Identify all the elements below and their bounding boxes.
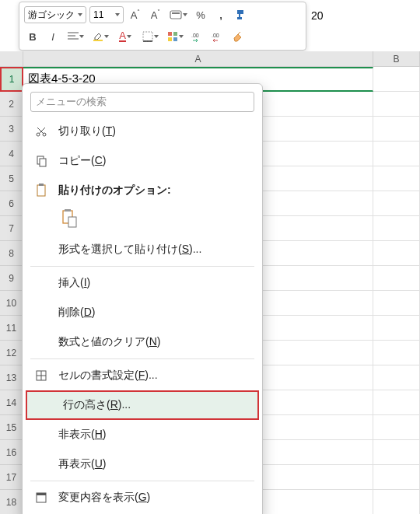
cell[interactable] xyxy=(373,465,420,490)
row-header[interactable]: 14 xyxy=(0,390,23,415)
font-size-select[interactable]: 11 xyxy=(89,6,124,23)
row-header[interactable]: 5 xyxy=(0,166,23,191)
menu-copy[interactable]: コピー(C) xyxy=(23,146,262,176)
svg-rect-7 xyxy=(143,32,152,41)
chevron-down-icon xyxy=(127,35,131,38)
align-button[interactable] xyxy=(65,28,86,45)
chevron-down-icon xyxy=(79,35,84,38)
cell[interactable] xyxy=(373,390,420,415)
row-header[interactable]: 18 xyxy=(0,490,23,514)
svg-rect-6 xyxy=(93,40,103,41)
mini-toolbar: 游ゴシック 11 A˄ A˅ % , B I A xyxy=(19,2,306,51)
cell[interactable] xyxy=(373,415,420,440)
svg-rect-10 xyxy=(173,32,177,36)
menu-hide[interactable]: 非表示(H) xyxy=(23,420,262,449)
menu-unhide[interactable]: 再表示(U) xyxy=(23,449,262,479)
cell[interactable] xyxy=(373,166,420,191)
cell[interactable] xyxy=(373,440,420,465)
cell[interactable] xyxy=(373,241,420,266)
cell[interactable] xyxy=(373,117,420,142)
bold-button[interactable]: B xyxy=(24,28,41,45)
menu-paste-options-label: 貼り付けのオプション: xyxy=(58,184,251,198)
column-header-b[interactable]: B xyxy=(373,51,420,67)
chevron-down-icon xyxy=(78,13,82,16)
row-header[interactable]: 2 xyxy=(0,92,23,117)
menu-insert[interactable]: 挿入(I) xyxy=(23,268,262,298)
paste-options-row xyxy=(23,205,262,235)
svg-rect-2 xyxy=(237,10,243,14)
menu-search-placeholder: メニューの検索 xyxy=(36,95,107,109)
format-painter-button[interactable] xyxy=(233,6,250,23)
menu-search-input[interactable]: メニューの検索 xyxy=(30,92,254,112)
copy-icon xyxy=(33,155,49,167)
svg-text:.00: .00 xyxy=(191,33,199,38)
increase-font-button[interactable]: A˄ xyxy=(127,6,144,23)
cell[interactable] xyxy=(373,490,420,514)
menu-cut[interactable]: 切り取り(T) xyxy=(23,117,262,146)
row-header[interactable]: 9 xyxy=(0,266,23,291)
row-header[interactable]: 17 xyxy=(0,465,23,490)
comma-format-button[interactable]: , xyxy=(212,6,229,23)
cell[interactable] xyxy=(373,266,420,291)
borders-button[interactable] xyxy=(139,28,161,45)
select-all-corner[interactable] xyxy=(0,51,23,67)
row-header[interactable]: 1 xyxy=(0,67,23,92)
menu-delete[interactable]: 削除(D) xyxy=(23,298,262,327)
italic-button[interactable]: I xyxy=(44,28,61,45)
svg-rect-0 xyxy=(170,11,181,19)
cell[interactable] xyxy=(373,291,420,316)
cell[interactable] xyxy=(373,216,420,241)
cell[interactable] xyxy=(373,365,420,390)
accounting-format-button[interactable] xyxy=(167,6,189,23)
conditional-format-button[interactable] xyxy=(164,28,186,45)
row-header[interactable]: 13 xyxy=(0,365,23,390)
chevron-down-icon xyxy=(115,13,120,16)
cell[interactable] xyxy=(373,142,420,166)
svg-rect-18 xyxy=(40,159,46,166)
fill-color-button[interactable] xyxy=(89,28,111,45)
font-color-button[interactable]: A xyxy=(114,28,136,45)
font-name-value: 游ゴシック xyxy=(28,9,75,22)
menu-separator xyxy=(30,358,254,359)
menu-format-cells[interactable]: セルの書式設定(F)... xyxy=(23,361,262,390)
column-header-a[interactable]: A xyxy=(23,51,373,67)
increase-decimal-button[interactable]: .00 xyxy=(189,28,206,45)
row-header[interactable]: 4 xyxy=(0,142,23,166)
row-header[interactable]: 15 xyxy=(0,415,23,440)
cell[interactable] xyxy=(373,67,420,92)
cell[interactable] xyxy=(373,316,420,341)
menu-delete-label: 削除(D) xyxy=(58,306,251,320)
paste-default-button[interactable] xyxy=(58,207,80,230)
cell-overflow-text: 20 xyxy=(311,9,324,22)
clear-format-button[interactable] xyxy=(229,28,247,45)
row-header[interactable]: 10 xyxy=(0,291,23,316)
percent-format-button[interactable]: % xyxy=(192,6,209,23)
row-header[interactable]: 12 xyxy=(0,341,23,365)
menu-insert-label: 挿入(I) xyxy=(58,276,251,290)
row-header[interactable]: 3 xyxy=(0,117,23,142)
row-header[interactable]: 16 xyxy=(0,440,23,465)
menu-paste-special-label: 形式を選択して貼り付け(S)... xyxy=(58,243,251,257)
font-name-select[interactable]: 游ゴシック xyxy=(24,6,86,23)
svg-rect-23 xyxy=(68,217,76,227)
chevron-down-icon xyxy=(104,35,109,38)
cell[interactable] xyxy=(373,191,420,216)
row-header[interactable]: 6 xyxy=(0,191,23,216)
menu-format-cells-label: セルの書式設定(F)... xyxy=(58,369,251,383)
cell[interactable] xyxy=(373,341,420,365)
row-header[interactable]: 8 xyxy=(0,241,23,266)
decrease-decimal-button[interactable]: .00 xyxy=(209,28,226,45)
menu-show-changes[interactable]: 変更内容を表示(G) xyxy=(23,483,262,512)
menu-hide-label: 非表示(H) xyxy=(58,428,251,442)
menu-row-height[interactable]: 行の高さ(R)... xyxy=(26,390,259,420)
cell[interactable] xyxy=(373,92,420,117)
row-header[interactable]: 11 xyxy=(0,316,23,341)
row-header[interactable]: 7 xyxy=(0,216,23,241)
font-size-value: 11 xyxy=(93,9,103,20)
decrease-font-button[interactable]: A˅ xyxy=(147,6,164,23)
svg-rect-11 xyxy=(168,37,172,41)
menu-show-changes-label: 変更内容を表示(G) xyxy=(58,491,251,505)
menu-clear-contents[interactable]: 数式と値のクリア(N) xyxy=(23,327,262,357)
menu-paste-special[interactable]: 形式を選択して貼り付け(S)... xyxy=(23,235,262,264)
menu-row-height-label: 行の高さ(R)... xyxy=(63,398,247,412)
